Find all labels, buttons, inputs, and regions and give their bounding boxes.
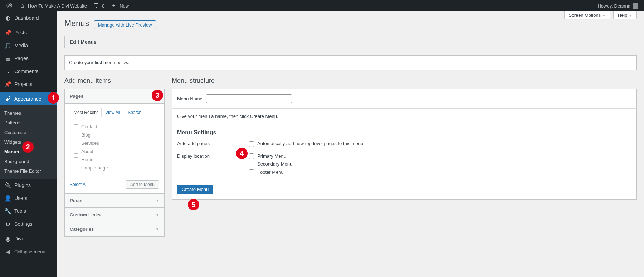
location-checkbox[interactable]	[249, 153, 254, 159]
panel-pages-body: Most Recent View All Search Contact Blog…	[65, 103, 164, 193]
sliders-icon: ⚙	[4, 220, 11, 228]
avatar	[633, 3, 638, 9]
sidebar-item-projects[interactable]: 📌Projects	[0, 78, 57, 91]
notice: Create your first menu below.	[64, 55, 637, 70]
menu-structure-column: Menu structure Menu Name Give your menu …	[172, 77, 637, 237]
plus-icon: +	[110, 2, 117, 9]
sidebar-item-tools[interactable]: 🔧Tools	[0, 205, 57, 218]
list-item: Blog	[74, 131, 155, 139]
chevron-down-icon: ▼	[156, 199, 159, 202]
collapse-icon: ◀	[4, 248, 11, 255]
new-link[interactable]: +New	[107, 0, 132, 11]
chevron-down-icon: ▼	[156, 213, 159, 217]
panel-categories-header[interactable]: Categories▼	[65, 222, 164, 236]
add-items-heading: Add menu items	[64, 77, 165, 85]
page-checkbox[interactable]	[74, 149, 78, 154]
chevron-down-icon: ▼	[156, 227, 159, 231]
panel-posts-header[interactable]: Posts▼	[65, 193, 164, 207]
accordion: Pages Most Recent View All Search Contac…	[64, 89, 165, 237]
tab-view-all[interactable]: View All	[101, 108, 124, 117]
create-menu-button[interactable]: Create Menu	[177, 185, 213, 194]
sidebar-item-dashboard[interactable]: ◐Dashboard	[0, 11, 57, 24]
tab-most-recent[interactable]: Most Recent	[70, 108, 101, 117]
main-content: Screen Options ▼ Help ▼ Menus Manage wit…	[57, 11, 644, 277]
pages-list: Contact Blog Services About Home sample …	[70, 119, 159, 176]
tab-edit-menus[interactable]: Edit Menus	[64, 36, 102, 48]
comment-icon: 🗨	[4, 68, 11, 75]
chevron-down-icon: ▼	[602, 14, 606, 18]
help-button[interactable]: Help ▼	[613, 11, 637, 19]
page-checkbox[interactable]	[74, 166, 78, 170]
location-checkbox[interactable]	[249, 169, 254, 175]
page-checkbox[interactable]	[74, 133, 78, 137]
annotation-1: 1	[48, 92, 59, 104]
wrench-icon: 🔧	[4, 207, 11, 215]
menu-settings-heading: Menu Settings	[177, 129, 631, 136]
dashboard-icon: ◐	[4, 14, 11, 22]
page-checkbox[interactable]	[74, 141, 78, 145]
sidebar-item-pages[interactable]: ▤Pages	[0, 52, 57, 65]
annotation-5: 5	[188, 199, 199, 210]
sidebar-item-divi[interactable]: ◉Divi	[0, 232, 57, 245]
list-item: About	[74, 147, 155, 156]
location-checkbox[interactable]	[249, 162, 254, 167]
location-option[interactable]: Secondary Menu	[249, 161, 292, 167]
submenu-background[interactable]: Background	[0, 157, 57, 166]
page-title: Menus	[64, 11, 89, 28]
sidebar-item-plugins[interactable]: 🔌Plugins	[0, 179, 57, 192]
menu-name-label: Menu Name	[177, 96, 203, 101]
inner-tabs: Most Recent View All Search	[70, 108, 145, 117]
user-account[interactable]: Howdy, Deanna	[595, 0, 641, 11]
page-icon: ▤	[4, 55, 11, 62]
sidebar-item-posts[interactable]: 📌Posts	[0, 26, 57, 39]
list-item: Home	[74, 156, 155, 164]
add-to-menu-button[interactable]: Add to Menu	[126, 180, 159, 189]
submenu-customize[interactable]: Customize	[0, 128, 57, 137]
page-checkbox[interactable]	[74, 124, 78, 129]
menu-name-input[interactable]	[206, 94, 292, 103]
sidebar-item-media[interactable]: 🎵Media	[0, 39, 57, 52]
menu-edit-panel: Menu Name Give your menu a name, then cl…	[172, 89, 637, 200]
auto-add-checkbox[interactable]	[249, 141, 254, 147]
screen-meta: Screen Options ▼ Help ▼	[564, 11, 637, 19]
annotation-4: 4	[236, 148, 248, 159]
location-option[interactable]: Primary Menu	[249, 153, 292, 159]
sidebar-item-users[interactable]: 👤Users	[0, 192, 57, 205]
collapse-menu[interactable]: ◀Collapse menu	[0, 245, 57, 258]
new-label: New	[119, 3, 129, 9]
add-menu-items-column: Add menu items Pages Most Recent View Al…	[64, 77, 165, 237]
screen-options-button[interactable]: Screen Options ▼	[564, 11, 610, 19]
comments-link[interactable]: 🗨0	[90, 0, 107, 11]
pin-icon: 📌	[4, 81, 11, 88]
menu-settings: Menu Settings Auto add pages Automatical…	[177, 123, 631, 194]
select-all-link[interactable]: Select All	[70, 182, 87, 187]
live-preview-button[interactable]: Manage with Live Preview	[94, 20, 156, 29]
plug-icon: 🔌	[4, 182, 11, 189]
comments-count: 0	[102, 3, 104, 9]
nav-tabs: Edit Menus	[64, 36, 637, 48]
auto-add-option[interactable]: Automatically add new top-level pages to…	[249, 141, 363, 147]
wp-logo[interactable]: ⓦ	[3, 0, 16, 11]
annotation-3: 3	[152, 90, 163, 101]
media-icon: 🎵	[4, 42, 11, 49]
brush-icon: 🖌	[4, 95, 11, 102]
site-link[interactable]: ⌂How To Make A Divi Website	[16, 0, 90, 11]
panel-custom-links-header[interactable]: Custom Links▼	[65, 207, 164, 222]
sidebar-item-comments[interactable]: 🗨Comments	[0, 65, 57, 78]
user-icon: 👤	[4, 195, 11, 202]
menu-structure-heading: Menu structure	[172, 77, 637, 85]
submenu-theme-file-editor[interactable]: Theme File Editor	[0, 166, 57, 176]
submenu-themes[interactable]: Themes	[0, 108, 57, 118]
wordpress-icon: ⓦ	[6, 2, 13, 9]
admin-toolbar: ⓦ ⌂How To Make A Divi Website 🗨0 +New Ho…	[0, 0, 644, 11]
list-item: Services	[74, 139, 155, 147]
site-title: How To Make A Divi Website	[28, 3, 87, 9]
tab-search[interactable]: Search	[124, 108, 145, 117]
menu-header: Menu Name	[172, 89, 636, 109]
page-checkbox[interactable]	[74, 157, 78, 162]
panel-pages-header[interactable]: Pages	[65, 89, 164, 103]
submenu-patterns[interactable]: Patterns	[0, 118, 57, 128]
location-option[interactable]: Footer Menu	[249, 169, 292, 176]
sidebar-item-settings[interactable]: ⚙Settings	[0, 218, 57, 230]
divi-icon: ◉	[4, 235, 11, 242]
